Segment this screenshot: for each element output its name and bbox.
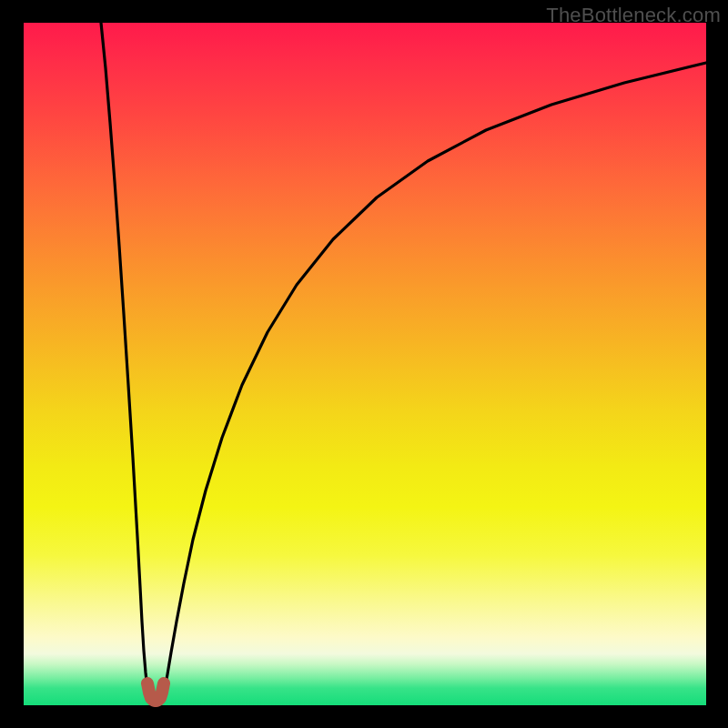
watermark-text: TheBottleneck.com bbox=[546, 4, 721, 27]
left-branch bbox=[101, 23, 148, 696]
chart-frame: TheBottleneck.com bbox=[0, 0, 728, 728]
curve-group bbox=[101, 23, 706, 701]
right-branch bbox=[163, 63, 706, 696]
curve-svg bbox=[24, 23, 706, 705]
valley-marker bbox=[147, 683, 164, 701]
